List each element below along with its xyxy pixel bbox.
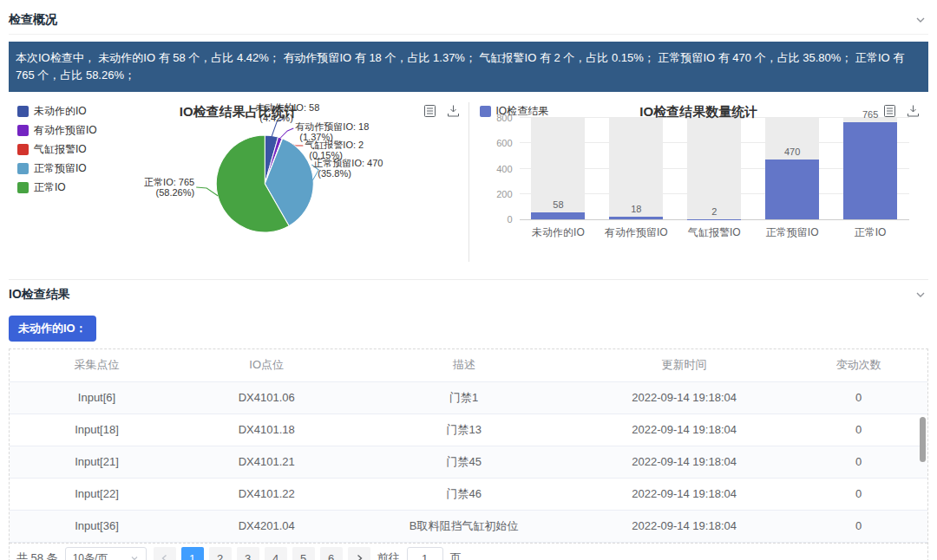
bar[interactable]	[531, 212, 585, 219]
pie-label-line	[280, 128, 293, 138]
bar-legend-item[interactable]: IO检查结果	[480, 104, 549, 119]
table-cell: 0	[790, 381, 927, 413]
collapse-chevron-icon[interactable]	[913, 12, 928, 28]
bar-value-label: 18	[597, 204, 675, 214]
table-cell: Input[18]	[10, 413, 184, 446]
bar-plot-area: 0200400600800 58182470765	[520, 118, 910, 220]
table-cell: 2022-09-14 19:18:04	[579, 478, 790, 510]
bar[interactable]	[765, 160, 819, 219]
legend-label: 气缸报警IO	[34, 142, 87, 157]
page-size-select[interactable]: 10条/页	[65, 547, 147, 560]
pie-legend-item[interactable]: 正常IO	[17, 180, 97, 195]
column-header: 更新时间	[579, 349, 790, 381]
table-cell: 门禁46	[349, 478, 579, 510]
goto-suffix: 页	[450, 550, 462, 560]
results-header: IO检查结果	[9, 280, 928, 309]
bar[interactable]	[843, 122, 897, 219]
bar-toolbox	[883, 104, 920, 118]
bar-column[interactable]: 2	[675, 118, 753, 219]
table-cell: 0	[790, 446, 927, 478]
badge-row: 未动作的IO：	[9, 309, 928, 348]
pagination: 共 58 条 10条/页 123456 前往 页	[10, 543, 927, 560]
chevron-down-icon	[130, 554, 139, 560]
page-button-6[interactable]: 6	[320, 547, 343, 560]
table-header-row: 采集点位IO点位描述更新时间变动次数	[10, 349, 927, 381]
pie-label: 气缸报警IO: 2	[305, 140, 364, 150]
pie-legend-item[interactable]: 有动作预留IO	[17, 123, 97, 138]
table-cell: DX4101.18	[184, 413, 349, 446]
pie-legend-item[interactable]: 未动作的IO	[17, 104, 97, 119]
overview-title: 检查概况	[9, 12, 57, 28]
pie-legend-item[interactable]: 正常预留IO	[17, 161, 97, 176]
table-cell: DX4101.22	[184, 478, 349, 510]
legend-swatch	[17, 144, 29, 155]
column-header: 变动次数	[790, 349, 927, 381]
table-row[interactable]: Input[6]DX4101.06门禁12022-09-14 19:18:040	[10, 381, 927, 413]
table-cell: 2022-09-14 19:18:04	[579, 413, 790, 446]
bar-legend-swatch	[480, 106, 491, 117]
chevron-right-icon	[355, 554, 364, 560]
y-axis-tick: 200	[496, 189, 512, 199]
page-button-4[interactable]: 4	[265, 547, 287, 560]
y-axis: 0200400600800	[480, 118, 513, 219]
table-cell: Input[36]	[10, 510, 184, 542]
table-cell: 2022-09-14 19:18:04	[579, 446, 790, 478]
page-size-value: 10条/页	[73, 551, 108, 560]
download-icon[interactable]	[447, 104, 460, 118]
download-icon[interactable]	[907, 104, 920, 118]
prev-page-button[interactable]	[154, 547, 176, 560]
bar-value-label: 2	[675, 206, 753, 217]
pie-label: (35.8%)	[318, 168, 351, 179]
bar-column[interactable]: 765	[831, 118, 909, 219]
page-button-2[interactable]: 2	[209, 547, 232, 560]
bar-legend-label: IO检查结果	[496, 104, 549, 119]
next-page-button[interactable]	[348, 547, 370, 560]
table-cell: 门禁13	[349, 413, 579, 446]
table-cell: 2022-09-14 19:18:04	[579, 510, 790, 542]
x-axis: 未动作的IO有动作预留IO气缸报警IO正常预留IO正常IO	[520, 225, 910, 240]
scrollbar-thumb[interactable]	[920, 417, 926, 462]
pie-chart-card: 未动作的IO有动作预留IO气缸报警IO正常预留IO正常IO IO检查结果占比统计…	[9, 97, 468, 267]
bar-value-label: 470	[753, 147, 831, 157]
page: 检查概况 本次IO检查中， 未动作的IO 有 58 个，占比 4.42%； 有动…	[0, 0, 937, 560]
bar-column[interactable]: 470	[753, 118, 831, 219]
summary-banner: 本次IO检查中， 未动作的IO 有 58 个，占比 4.42%； 有动作预留IO…	[9, 42, 928, 92]
pie-legend-item[interactable]: 气缸报警IO	[17, 142, 97, 157]
total-count-label: 共 58 条	[16, 550, 58, 560]
table-row[interactable]: Input[21]DX4101.21门禁452022-09-14 19:18:0…	[10, 446, 927, 478]
category-badge[interactable]: 未动作的IO：	[9, 316, 96, 342]
table-row[interactable]: Input[18]DX4101.18门禁132022-09-14 19:18:0…	[10, 413, 927, 446]
legend-label: 正常IO	[34, 180, 66, 195]
collapse-chevron-icon[interactable]	[913, 287, 928, 303]
results-table: 采集点位IO点位描述更新时间变动次数 Input[6]DX4101.06门禁12…	[10, 349, 927, 543]
page-button-5[interactable]: 5	[292, 547, 315, 560]
pie-legend: 未动作的IO有动作预留IO气缸报警IO正常预留IO正常IO	[17, 104, 97, 195]
bar-chart-card: IO检查结果 IO检查结果数量统计 020040060080	[469, 97, 929, 267]
bar-value-label: 58	[520, 199, 598, 210]
results-title: IO检查结果	[9, 287, 70, 303]
legend-label: 正常预留IO	[34, 161, 87, 176]
bar-column[interactable]: 18	[597, 118, 675, 219]
data-view-icon[interactable]	[423, 104, 436, 118]
table-row[interactable]: Input[22]DX4101.22门禁462022-09-14 19:18:0…	[10, 478, 927, 510]
bar[interactable]	[609, 217, 663, 219]
table-row[interactable]: Input[36]DX4201.04B取料阻挡气缸初始位2022-09-14 1…	[10, 510, 927, 542]
table-cell: Input[21]	[10, 446, 184, 478]
results-table-wrap: 采集点位IO点位描述更新时间变动次数 Input[6]DX4101.06门禁12…	[9, 348, 928, 560]
legend-label: 有动作预留IO	[34, 123, 97, 138]
pie-label: (58.26%)	[156, 187, 195, 198]
results-section: IO检查结果 未动作的IO： 采集点位IO点位描述更新时间变动次数 Input[…	[9, 279, 928, 560]
column-header: 采集点位	[10, 349, 184, 381]
table-cell: 门禁45	[349, 446, 579, 478]
table-cell: 门禁1	[349, 381, 579, 413]
table-cell: DX4101.06	[184, 381, 349, 413]
page-button-3[interactable]: 3	[237, 547, 259, 560]
y-axis-tick: 0	[507, 214, 512, 225]
goto-page-input[interactable]	[407, 547, 443, 560]
bar-column[interactable]: 58	[520, 118, 598, 219]
data-view-icon[interactable]	[883, 104, 896, 118]
table-cell: DX4201.04	[184, 510, 349, 542]
page-button-1[interactable]: 1	[181, 547, 204, 560]
chevron-left-icon	[161, 554, 169, 560]
overview-header: 检查概况	[9, 5, 928, 35]
